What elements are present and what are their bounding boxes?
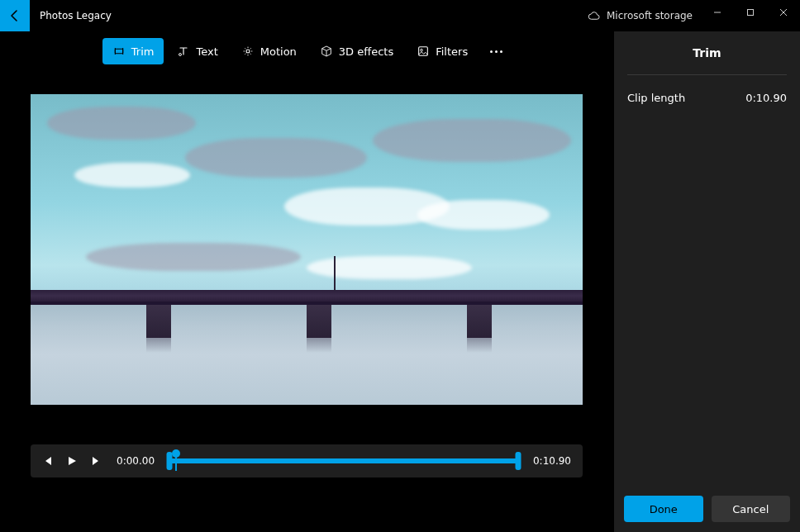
video-preview[interactable] <box>31 94 583 405</box>
tool-trim-label: Trim <box>131 45 155 58</box>
tool-filters[interactable]: Filters <box>407 38 478 64</box>
title-bar: Photos Legacy Microsoft storage <box>0 0 800 31</box>
storage-label: Microsoft storage <box>607 10 693 21</box>
maximize-button[interactable] <box>734 0 767 25</box>
play-button[interactable] <box>67 456 77 466</box>
cancel-button[interactable]: Cancel <box>712 496 791 522</box>
close-button[interactable] <box>767 0 800 25</box>
end-time-label: 0:10.90 <box>533 455 571 467</box>
trim-icon <box>112 45 126 58</box>
svg-rect-4 <box>419 47 428 56</box>
svg-point-2 <box>179 54 182 56</box>
tool-filters-label: Filters <box>436 45 468 58</box>
minimize-button[interactable] <box>701 0 734 25</box>
ellipsis-icon <box>490 50 502 53</box>
trim-panel: Trim Clip length 0:10.90 Done Cancel <box>613 31 800 532</box>
minimize-icon <box>713 8 721 17</box>
playback-controls: 0:00.00 0:10.90 <box>31 444 583 477</box>
trim-track[interactable] <box>169 444 518 477</box>
svg-rect-0 <box>748 10 754 16</box>
step-forward-icon <box>92 456 102 466</box>
svg-rect-1 <box>115 49 122 53</box>
trim-range <box>169 458 518 463</box>
more-options-button[interactable] <box>481 38 511 64</box>
microsoft-storage-button[interactable]: Microsoft storage <box>588 0 693 31</box>
text-icon <box>177 45 190 58</box>
playhead-line <box>175 456 177 471</box>
done-label: Done <box>650 503 678 515</box>
step-back-icon <box>42 456 52 466</box>
cube-icon <box>320 45 333 58</box>
done-button[interactable]: Done <box>624 496 703 522</box>
maximize-icon <box>746 8 755 17</box>
tool-3d-effects-label: 3D effects <box>339 45 393 58</box>
filters-icon <box>417 45 430 58</box>
tool-3d-effects[interactable]: 3D effects <box>310 38 403 64</box>
clip-length-value: 0:10.90 <box>745 92 787 104</box>
tool-motion[interactable]: Motion <box>231 38 307 64</box>
window-controls <box>701 0 800 25</box>
arrow-left-icon <box>8 9 21 22</box>
cloud-icon <box>588 10 600 22</box>
tool-text[interactable]: Text <box>167 38 227 64</box>
motion-icon <box>241 45 255 58</box>
trim-start-handle[interactable] <box>167 452 173 470</box>
clip-length-label: Clip length <box>627 92 685 104</box>
play-icon <box>67 456 77 466</box>
tool-text-label: Text <box>196 45 217 58</box>
svg-point-3 <box>246 50 250 53</box>
back-button[interactable] <box>0 0 30 31</box>
tool-motion-label: Motion <box>260 45 297 58</box>
start-time-label: 0:00.00 <box>117 455 155 467</box>
editor-toolbar: Trim Text Motion 3D effec <box>102 36 511 66</box>
app-title: Photos Legacy <box>40 10 112 21</box>
cancel-label: Cancel <box>732 503 769 515</box>
trim-end-handle[interactable] <box>515 452 521 470</box>
previous-frame-button[interactable] <box>42 456 52 466</box>
editor-main: Trim Text Motion 3D effec <box>0 31 613 532</box>
close-icon <box>779 8 788 17</box>
panel-title: Trim <box>627 31 787 75</box>
tool-trim[interactable]: Trim <box>102 38 164 64</box>
next-frame-button[interactable] <box>92 456 102 466</box>
svg-point-5 <box>421 49 423 51</box>
